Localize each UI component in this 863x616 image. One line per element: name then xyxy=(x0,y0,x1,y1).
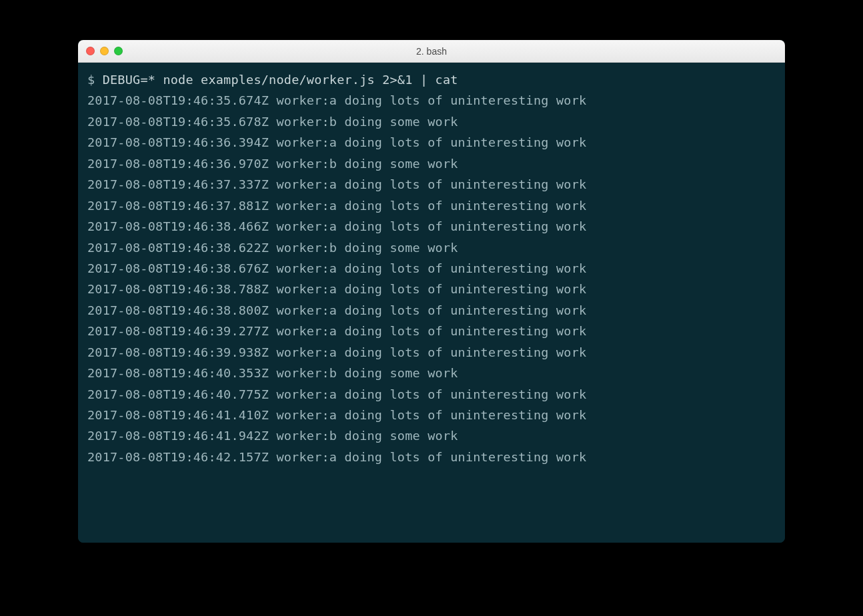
output-line: 2017-08-08T19:46:38.788Z worker:a doing … xyxy=(87,279,776,299)
output-line: 2017-08-08T19:46:37.337Z worker:a doing … xyxy=(87,174,776,195)
command-line: $ DEBUG=* node examples/node/worker.js 2… xyxy=(87,69,776,90)
traffic-lights xyxy=(86,47,123,55)
close-button[interactable] xyxy=(86,47,95,55)
output-line: 2017-08-08T19:46:39.938Z worker:a doing … xyxy=(87,342,776,363)
output-line: 2017-08-08T19:46:36.970Z worker:b doing … xyxy=(87,153,776,174)
output-line: 2017-08-08T19:46:37.881Z worker:a doing … xyxy=(87,195,776,216)
window-titlebar[interactable]: 2. bash xyxy=(78,40,785,63)
terminal-window: 2. bash $ DEBUG=* node examples/node/wor… xyxy=(78,40,785,543)
output-line: 2017-08-08T19:46:35.674Z worker:a doing … xyxy=(87,90,776,111)
output-line: 2017-08-08T19:46:40.775Z worker:a doing … xyxy=(87,384,776,405)
minimize-button[interactable] xyxy=(100,47,109,55)
command-text: DEBUG=* node examples/node/worker.js 2>&… xyxy=(103,73,458,87)
terminal-body[interactable]: $ DEBUG=* node examples/node/worker.js 2… xyxy=(78,63,785,543)
output-line: 2017-08-08T19:46:42.157Z worker:a doing … xyxy=(87,447,776,467)
output-line: 2017-08-08T19:46:35.678Z worker:b doing … xyxy=(87,111,776,132)
output-line: 2017-08-08T19:46:41.942Z worker:b doing … xyxy=(87,425,776,446)
output-line: 2017-08-08T19:46:40.353Z worker:b doing … xyxy=(87,363,776,383)
output-line: 2017-08-08T19:46:41.410Z worker:a doing … xyxy=(87,405,776,425)
output-line: 2017-08-08T19:46:39.277Z worker:a doing … xyxy=(87,321,776,341)
maximize-button[interactable] xyxy=(114,47,123,55)
window-title: 2. bash xyxy=(86,46,777,57)
terminal-output: 2017-08-08T19:46:35.674Z worker:a doing … xyxy=(87,90,776,467)
prompt-symbol: $ xyxy=(87,73,103,87)
output-line: 2017-08-08T19:46:38.676Z worker:a doing … xyxy=(87,258,776,279)
output-line: 2017-08-08T19:46:38.622Z worker:b doing … xyxy=(87,237,776,258)
output-line: 2017-08-08T19:46:38.466Z worker:a doing … xyxy=(87,216,776,237)
output-line: 2017-08-08T19:46:36.394Z worker:a doing … xyxy=(87,132,776,153)
output-line: 2017-08-08T19:46:38.800Z worker:a doing … xyxy=(87,300,776,321)
